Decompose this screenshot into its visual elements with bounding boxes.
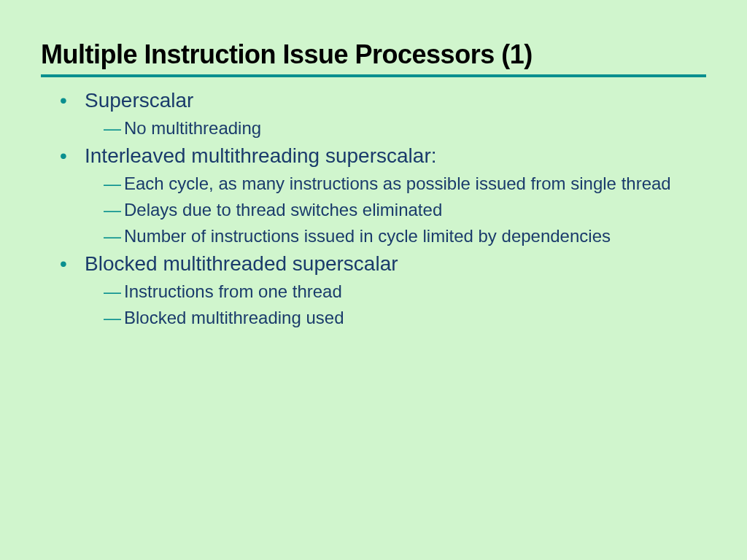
sub-list-item-label: No multithreading [124,117,261,140]
sub-list-item: — Delays due to thread switches eliminat… [104,198,699,222]
list-item-label: Interleaved multithreading superscalar: [85,143,436,169]
dash-icon: — [104,172,124,195]
sub-list-item: — Number of instructions issued in cycle… [104,225,699,248]
dash-icon: — [104,117,124,140]
dash-icon: — [104,198,124,222]
slide-content: • Superscalar — No multithreading • Inte… [41,88,706,330]
sub-list-item-label: Instructions from one thread [124,280,342,303]
sub-list-item-label: Number of instructions issued in cycle l… [124,225,611,248]
bullet-icon: • [60,251,85,277]
bullet-icon: • [60,88,85,114]
dash-icon: — [104,306,124,330]
list-item: • Superscalar [60,88,699,114]
sub-list-item-label: Delays due to thread switches eliminated [124,198,442,222]
sub-list-item: — Each cycle, as many instructions as po… [104,172,699,195]
sub-list-item: — Blocked multithreading used [104,306,699,330]
slide-title: Multiple Instruction Issue Processors (1… [41,39,706,70]
title-underline [41,74,706,77]
list-item: • Blocked multithreaded superscalar [60,251,699,277]
sub-list-item-label: Blocked multithreading used [124,306,344,330]
sub-list-item: — No multithreading [104,117,699,140]
sub-list-item-label: Each cycle, as many instructions as poss… [124,172,671,195]
list-item: • Interleaved multithreading superscalar… [60,143,699,169]
bullet-icon: • [60,143,85,169]
dash-icon: — [104,280,124,303]
list-item-label: Superscalar [85,88,193,114]
sub-list-item: — Instructions from one thread [104,280,699,303]
list-item-label: Blocked multithreaded superscalar [85,251,398,277]
dash-icon: — [104,225,124,248]
